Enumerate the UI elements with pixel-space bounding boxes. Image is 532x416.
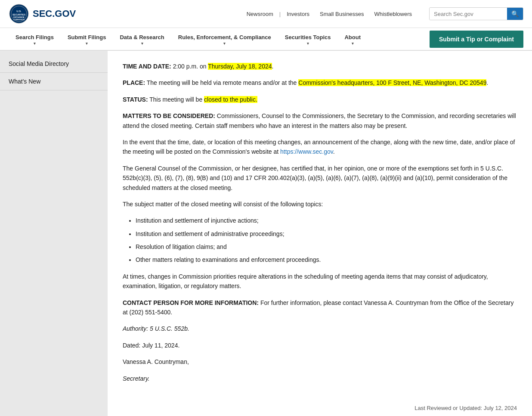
dated-paragraph: Dated: July 11, 2024. — [123, 341, 517, 350]
svg-text:U.S.: U.S. — [16, 10, 22, 12]
place-text: The meeting will be held via remote mean… — [145, 79, 298, 86]
time-date-text: 2:00 p.m. on — [171, 63, 208, 70]
para4-paragraph: At times, changes in Commission prioriti… — [123, 272, 517, 291]
time-date-highlighted: Thursday, July 18, 2024 — [208, 63, 272, 70]
nav-search-filings[interactable]: Search Filings ▾ — [9, 28, 61, 50]
chevron-down-icon: ▾ — [141, 41, 143, 46]
nav-about[interactable]: About ▾ — [337, 28, 368, 50]
para1-end: . — [333, 148, 335, 155]
main-nav: Search Filings ▾ Submit Filings ▾ Data &… — [0, 28, 532, 51]
search-input[interactable] — [430, 8, 507, 20]
nav-small-businesses[interactable]: Small Businesses — [315, 11, 368, 17]
nav-submit-filings[interactable]: Submit Filings ▾ — [61, 28, 113, 50]
sec-gov-link[interactable]: https://www.sec.gov — [280, 148, 333, 155]
time-date-label: TIME AND DATE: — [123, 63, 171, 70]
content-layout: Social Media Directory What's New TIME A… — [0, 51, 532, 416]
top-nav: Newsroom | Investors Small Businesses Wh… — [242, 11, 416, 17]
search-area: 🔍 — [429, 7, 523, 20]
main-content: TIME AND DATE: 2:00 p.m. on Thursday, Ju… — [108, 51, 532, 416]
footer-reviewed: Last Reviewed or Updated: July 12, 2024 — [123, 396, 517, 411]
matters-label: MATTERS TO BE CONSIDERED: — [123, 112, 215, 119]
chevron-down-icon: ▾ — [34, 41, 36, 46]
list-item: Institution and settlement of injunctive… — [136, 216, 517, 225]
chevron-down-icon: ▾ — [86, 41, 88, 46]
para2-paragraph: The General Counsel of the Commission, o… — [123, 164, 517, 192]
status-label: STATUS: — [123, 96, 148, 103]
sidebar-item-whats-new[interactable]: What's New — [0, 73, 108, 90]
place-highlighted: Commission's headquarters, 100 F Street,… — [298, 79, 486, 86]
contact-label: CONTACT PERSON FOR MORE INFORMATION: — [123, 299, 259, 306]
status-highlighted: closed to the public. — [204, 96, 257, 103]
chevron-down-icon: ▾ — [307, 41, 309, 46]
top-bar: U.S. SECURITIES EXCHANGE COMMISSION SEC.… — [0, 0, 532, 28]
svg-text:COMMISSION: COMMISSION — [13, 19, 25, 21]
nav-newsroom[interactable]: Newsroom — [242, 11, 278, 17]
nav-data-research[interactable]: Data & Research ▾ — [113, 28, 171, 50]
nav-whistleblowers[interactable]: Whistleblowers — [370, 11, 416, 17]
status-paragraph: STATUS: This meeting will be closed to t… — [123, 95, 517, 104]
matters-paragraph: MATTERS TO BE CONSIDERED: Commissioners,… — [123, 111, 517, 130]
para1-paragraph: In the event that the time, date, or loc… — [123, 137, 517, 157]
place-end: . — [486, 79, 488, 86]
status-text: This meeting will be — [148, 96, 204, 103]
chevron-down-icon: ▾ — [352, 41, 354, 46]
search-button[interactable]: 🔍 — [507, 8, 523, 20]
svg-text:SECURITIES: SECURITIES — [12, 13, 26, 16]
nav-investors[interactable]: Investors — [282, 11, 314, 17]
nav-sep-1: | — [279, 11, 281, 17]
signatory-name: Vanessa A. Countryman, — [123, 357, 517, 366]
time-date-end: . — [272, 63, 274, 70]
chevron-down-icon: ▾ — [223, 41, 226, 46]
sec-seal-icon: U.S. SECURITIES EXCHANGE COMMISSION — [9, 3, 29, 24]
logo-link[interactable]: U.S. SECURITIES EXCHANGE COMMISSION SEC.… — [9, 3, 76, 24]
nav-rules[interactable]: Rules, Enforcement, & Compliance ▾ — [171, 28, 278, 50]
place-label: PLACE: — [123, 79, 145, 86]
contact-paragraph: CONTACT PERSON FOR MORE INFORMATION: For… — [123, 298, 517, 317]
list-item: Other matters relating to examinations a… — [136, 255, 517, 264]
list-item: Institution and settlement of administra… — [136, 229, 517, 239]
nav-securities-topics[interactable]: Securities Topics ▾ — [278, 28, 338, 50]
signatory-title: Secretary. — [123, 374, 517, 383]
sidebar-item-social-media-directory[interactable]: Social Media Directory — [0, 55, 108, 73]
list-item: Resolution of litigation claims; and — [136, 242, 517, 251]
para3-paragraph: The subject matter of the closed meeting… — [123, 199, 517, 209]
sidebar: Social Media Directory What's New — [0, 51, 108, 416]
logo-text: SEC.GOV — [33, 8, 76, 19]
place-paragraph: PLACE: The meeting will be held via remo… — [123, 78, 517, 87]
authority-paragraph: Authority: 5 U.S.C. 552b. — [123, 324, 517, 333]
time-date-paragraph: TIME AND DATE: 2:00 p.m. on Thursday, Ju… — [123, 62, 517, 71]
topic-list: Institution and settlement of injunctive… — [136, 216, 517, 265]
submit-tip-button[interactable]: Submit a Tip or Complaint — [430, 31, 523, 48]
